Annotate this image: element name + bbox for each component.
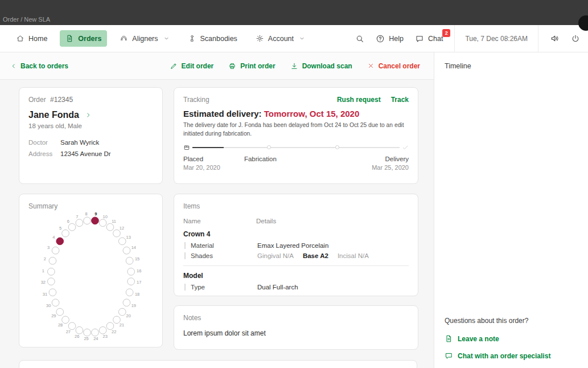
- doctor-name: Sarah Wyrick: [60, 139, 99, 146]
- item-detail: Emax Layered Porcelain: [257, 242, 328, 249]
- patient-name: Jane Fonda: [28, 110, 79, 120]
- nav-item-label: Orders: [78, 35, 101, 43]
- tooth-29: [56, 308, 63, 316]
- item-detail: Dual Full-arch: [257, 284, 298, 291]
- order-label: Order: [28, 96, 46, 104]
- print-order-button[interactable]: Print order: [228, 62, 275, 70]
- chevron-down-icon: [163, 35, 170, 42]
- logout-button[interactable]: [571, 34, 580, 43]
- patient-meta: 18 years old, Male: [28, 122, 153, 129]
- nav-item-account[interactable]: Account: [250, 30, 311, 47]
- item-row-label: Material: [184, 242, 257, 249]
- print-order-label: Print order: [240, 62, 275, 70]
- edit-order-button[interactable]: Edit order: [170, 62, 214, 70]
- help-button[interactable]: Help: [376, 34, 404, 43]
- tracking-progress: [183, 144, 409, 152]
- nav-item-aligners[interactable]: Aligners: [114, 30, 175, 47]
- leave-note-link[interactable]: Leave a note: [445, 334, 580, 343]
- tooth-number-5: 5: [59, 226, 61, 231]
- estimate-prefix: Estimated delivery:: [183, 109, 262, 118]
- chevron-down-icon: [299, 35, 305, 42]
- note-icon: [445, 334, 453, 343]
- nav-item-orders[interactable]: Orders: [60, 30, 107, 47]
- tooth-number-1: 1: [42, 268, 44, 273]
- tooth-23: [99, 326, 106, 334]
- items-card: Items Name Details Crown 4MaterialEmax L…: [174, 194, 418, 296]
- items-table-header: Name Details: [183, 218, 409, 224]
- sidebar-help-section: Questions about this order? Leave a note…: [445, 317, 580, 360]
- nav-item-label: Scanbodies: [200, 35, 237, 43]
- tooth-number-10: 10: [102, 214, 107, 219]
- chat-specialist-link[interactable]: Chat with an order specialist: [445, 351, 580, 360]
- tooth-18: [126, 289, 133, 296]
- search-icon: [355, 34, 364, 43]
- nav-item-home[interactable]: Home: [10, 30, 53, 47]
- tooth-10: [99, 219, 106, 227]
- cancel-order-button[interactable]: Cancel order: [367, 62, 420, 70]
- cutoff-card: [19, 360, 417, 368]
- tooth-number-3: 3: [47, 245, 50, 250]
- pencil-icon: [170, 62, 178, 70]
- tooth-4: [56, 238, 63, 245]
- name-column-header: Name: [183, 218, 256, 224]
- address-label: Address: [28, 150, 60, 157]
- tracking-card: Tracking Rush request Track Estimated de…: [174, 87, 418, 184]
- item-row-label: Type: [184, 284, 257, 291]
- download-scan-button[interactable]: Download scan: [290, 62, 352, 70]
- tooth-9: [91, 217, 98, 224]
- tab-title: Order / New SLA: [3, 16, 50, 23]
- sound-button[interactable]: [550, 34, 560, 43]
- address-row: Address 12345 Avenue Dr: [28, 150, 153, 157]
- tooth-number-30: 30: [46, 303, 51, 308]
- tooth-number-13: 13: [126, 235, 130, 240]
- item-detail: Gingival N/A: [257, 252, 294, 259]
- tooth-31: [49, 289, 56, 296]
- nav-item-label: Home: [28, 35, 47, 43]
- datetime-display: Tue, 7 Dec 08:26AM: [454, 25, 538, 52]
- track-link[interactable]: Track: [391, 96, 409, 104]
- progress-dot-shipping: [335, 145, 339, 149]
- tooth-number-28: 28: [57, 322, 62, 328]
- patient-card: Order #12345 Jane Fonda 18 years old, Ma…: [19, 87, 163, 184]
- nav-item-scanbodies[interactable]: Scanbodies: [182, 30, 243, 47]
- search-button[interactable]: [355, 34, 364, 43]
- order-number-line: Order #12345: [28, 96, 153, 104]
- item-row: MaterialEmax Layered Porcelain: [183, 242, 409, 249]
- scanbody-icon: [188, 34, 196, 43]
- details-column-header: Details: [256, 218, 276, 224]
- rush-request-link[interactable]: Rush request: [337, 96, 381, 104]
- item-row-label: Shades: [184, 252, 257, 259]
- chat-label: Chat: [428, 35, 443, 43]
- tooth-2: [49, 257, 56, 264]
- tooth-11: [106, 223, 114, 231]
- chat-button[interactable]: Chat 2: [415, 34, 443, 43]
- top-nav: Home Orders Aligners Scanbodies Account: [0, 25, 588, 52]
- main-content: Order #12345 Jane Fonda 18 years old, Ma…: [0, 80, 434, 368]
- summary-title: Summary: [28, 202, 153, 210]
- progress-line: [192, 147, 400, 148]
- order-toolbar: Back to orders Edit order Print order Do…: [0, 52, 434, 80]
- chat-icon: [445, 351, 453, 360]
- printer-icon: [228, 62, 236, 70]
- tooth-number-17: 17: [137, 280, 141, 285]
- order-number: #12345: [50, 96, 73, 104]
- item-group-name: Crown 4: [183, 230, 409, 238]
- teeth-chart: 1234567891011121314151617181920212223242…: [32, 211, 150, 342]
- doctor-row: Doctor Sarah Wyrick: [28, 139, 153, 146]
- tooth-number-21: 21: [119, 322, 124, 328]
- back-to-orders-link[interactable]: Back to orders: [10, 62, 68, 70]
- chat-specialist-label: Chat with an order specialist: [458, 352, 550, 360]
- summary-card: Summary 12345678910111213141516171819202…: [19, 194, 163, 347]
- address-value: 12345 Avenue Dr: [60, 150, 111, 157]
- chevron-right-icon: [85, 112, 92, 118]
- tooth-14: [123, 247, 130, 254]
- items-title: Items: [183, 202, 409, 210]
- nav-item-label: Account: [268, 35, 294, 43]
- chevron-left-icon: [10, 63, 17, 69]
- download-icon: [290, 62, 298, 70]
- tooth-number-22: 22: [111, 329, 116, 334]
- patient-name-link[interactable]: Jane Fonda: [28, 110, 153, 120]
- tooth-24: [91, 329, 98, 336]
- tooth-number-19: 19: [131, 303, 135, 308]
- tooth-7: [76, 219, 83, 227]
